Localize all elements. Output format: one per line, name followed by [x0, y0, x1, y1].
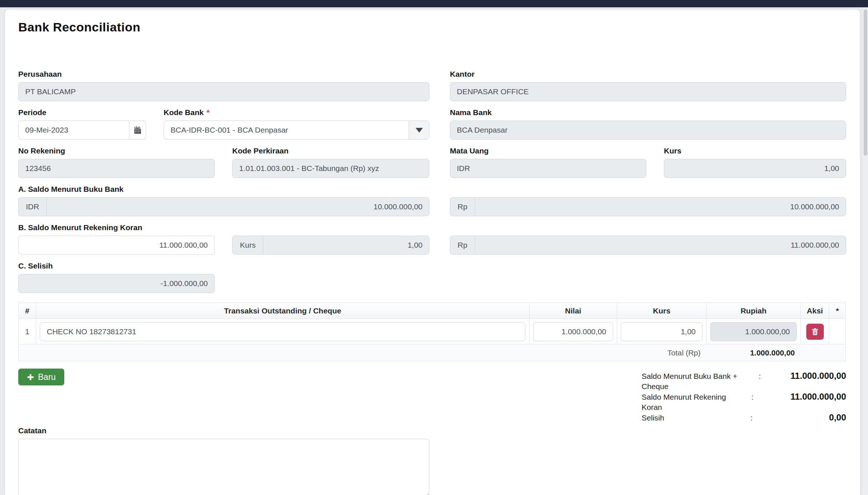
- saldo-rekening-koran-kurs-addon: Kurs: [232, 236, 263, 255]
- row-index: 1: [19, 319, 36, 344]
- col-star-header: *: [829, 303, 846, 319]
- kode-bank-dropdown-button[interactable]: [409, 121, 429, 139]
- calendar-icon: [133, 126, 142, 134]
- saldo-buku-bank-rp-addon: Rp: [450, 197, 475, 216]
- periode-label: Periode: [18, 108, 146, 117]
- kurs-label: Kurs: [664, 146, 846, 156]
- catatan-textarea[interactable]: [18, 439, 429, 495]
- row-description-input[interactable]: [40, 322, 525, 341]
- kode-bank-label: Kode Bank*: [164, 108, 429, 117]
- saldo-rekening-koran-label: B. Saldo Menurut Rekening Koran: [18, 223, 429, 232]
- saldo-rekening-koran-rp-group: Rp: [450, 236, 846, 255]
- col-description-header: Transaksi Outstanding / Cheque: [36, 303, 529, 319]
- vertical-scrollbar[interactable]: [863, 7, 868, 495]
- saldo-rekening-koran-input[interactable]: [18, 236, 215, 255]
- table-row: 1: [19, 319, 846, 344]
- saldo-buku-bank-currency-addon: IDR: [18, 197, 46, 216]
- selisih-label: C. Selisih: [18, 261, 846, 271]
- row-nilai-input[interactable]: [533, 322, 613, 341]
- page-title: Bank Reconciliation: [18, 20, 846, 34]
- saldo-buku-bank-input: [46, 197, 429, 216]
- catatan-group: Catatan: [18, 426, 846, 495]
- col-index-header: #: [19, 303, 36, 319]
- saldo-buku-bank-group: A. Saldo Menurut Buku Bank IDR: [18, 184, 429, 216]
- total-label: Total (Rp): [617, 344, 707, 361]
- col-nilai-header: Nilai: [529, 303, 617, 319]
- kode-bank-selected-value: BCA-IDR-BC-001 - BCA Denpasar: [171, 126, 288, 134]
- periode-calendar-button[interactable]: [129, 121, 146, 140]
- form-area: Perusahaan Kantor Periode: [18, 69, 846, 495]
- no-rekening-field-group: No Rekening: [18, 146, 215, 178]
- catatan-label: Catatan: [18, 426, 846, 435]
- saldo-buku-bank-rp-input: [475, 197, 846, 216]
- periode-kodebank-row: Periode Kode Ba: [18, 108, 429, 140]
- kode-bank-select[interactable]: BCA-IDR-BC-001 - BCA Denpasar: [164, 121, 429, 140]
- below-table-area: Baru Saldo Menurut Buku Bank + Cheque : …: [18, 369, 846, 423]
- summary-row-selisih: Selisih : 0,00: [642, 412, 846, 423]
- table-header-row: # Transaksi Outstanding / Cheque Nilai K…: [19, 303, 846, 319]
- periode-field-group: Periode: [18, 108, 146, 140]
- baru-button[interactable]: Baru: [18, 369, 64, 385]
- summary-value: 11.000.000,00: [764, 371, 846, 381]
- kode-bank-label-text: Kode Bank: [164, 108, 204, 117]
- kantor-input: [450, 82, 846, 101]
- row-rupiah-input: [710, 322, 797, 341]
- reconciliation-summary: Saldo Menurut Buku Bank + Cheque : 11.00…: [642, 371, 846, 423]
- baru-button-label: Baru: [38, 372, 56, 382]
- perusahaan-field-group: Perusahaan: [18, 69, 429, 101]
- summary-colon: :: [756, 371, 764, 381]
- scrollbar-thumb[interactable]: [864, 9, 867, 156]
- saldo-rekening-koran-group: B. Saldo Menurut Rekening Koran Kurs: [18, 223, 429, 255]
- saldo-rekening-koran-rp-input: [475, 236, 846, 255]
- summary-label: Selisih: [642, 413, 747, 423]
- col-rupiah-header: Rupiah: [707, 303, 801, 319]
- nama-bank-input: [450, 121, 846, 140]
- row-delete-button[interactable]: [806, 324, 824, 340]
- saldo-rekening-koran-kurs-input: [263, 236, 429, 255]
- col-kurs-header: Kurs: [617, 303, 707, 319]
- kurs-input: [664, 159, 846, 178]
- no-rekening-input: [18, 159, 215, 178]
- bank-reconciliation-card: Bank Reconciliation Perusahaan Kantor Pe…: [5, 9, 860, 495]
- kode-bank-field-group: Kode Bank* BCA-IDR-BC-001 - BCA Denpasar: [164, 108, 429, 140]
- kurs-field-group: Kurs: [664, 146, 846, 178]
- trash-icon: [811, 328, 819, 336]
- saldo-rekening-koran-rp-addon: Rp: [450, 236, 475, 255]
- summary-colon: :: [747, 392, 757, 402]
- required-asterisk: *: [207, 108, 210, 117]
- kode-perkiraan-input: [232, 159, 429, 178]
- kantor-field-group: Kantor: [450, 69, 846, 101]
- mata-uang-field-group: Mata Uang: [450, 146, 646, 178]
- row-star-cell: [829, 319, 846, 344]
- total-value: 1.000.000,00: [707, 344, 801, 361]
- caret-down-icon: [416, 128, 423, 133]
- plus-icon: [27, 373, 34, 381]
- summary-value: 0,00: [756, 412, 846, 423]
- kode-perkiraan-field-group: Kode Perkiraan: [232, 146, 429, 178]
- col-aksi-header: Aksi: [801, 303, 829, 319]
- summary-label: Saldo Menurut Buku Bank + Cheque: [642, 371, 756, 392]
- saldo-buku-bank-rp-group: Rp: [450, 197, 846, 216]
- mata-uang-label: Mata Uang: [450, 146, 646, 156]
- summary-row-buku-bank-cheque: Saldo Menurut Buku Bank + Cheque : 11.00…: [642, 371, 846, 392]
- transactions-table: # Transaksi Outstanding / Cheque Nilai K…: [18, 302, 846, 361]
- rekening-perkiraan-row: No Rekening Kode Perkiraan: [18, 146, 429, 178]
- selisih-group: C. Selisih: [18, 261, 846, 293]
- selisih-input: [18, 274, 215, 293]
- row-kurs-input[interactable]: [621, 322, 703, 341]
- matauang-kurs-row: Mata Uang Kurs: [450, 146, 846, 178]
- summary-label: Saldo Menurut Rekening Koran: [642, 392, 747, 412]
- no-rekening-label: No Rekening: [18, 146, 215, 156]
- summary-value: 11.000.000,00: [757, 392, 846, 402]
- nama-bank-label: Nama Bank: [450, 108, 846, 117]
- summary-row-rekening-koran: Saldo Menurut Rekening Koran : 11.000.00…: [642, 392, 846, 412]
- periode-input[interactable]: [18, 121, 129, 140]
- kode-perkiraan-label: Kode Perkiraan: [232, 146, 429, 156]
- mata-uang-input: [450, 159, 646, 178]
- table-total-row: Total (Rp) 1.000.000,00: [19, 344, 846, 361]
- perusahaan-label: Perusahaan: [18, 69, 429, 79]
- perusahaan-input: [18, 82, 429, 101]
- saldo-buku-bank-label: A. Saldo Menurut Buku Bank: [18, 184, 429, 194]
- top-navbar: [0, 0, 868, 7]
- summary-colon: :: [747, 413, 756, 423]
